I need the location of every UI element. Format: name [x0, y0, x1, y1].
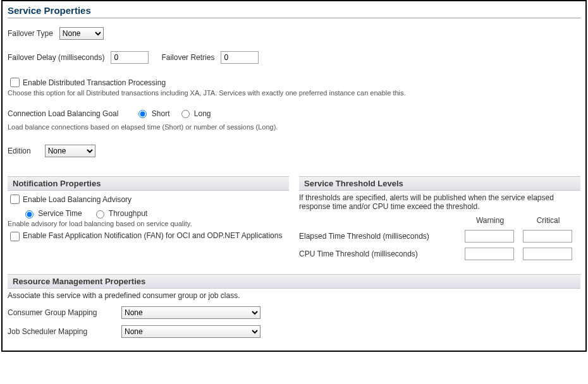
- cpu-critical-input[interactable]: [523, 248, 572, 260]
- cpu-warning-input[interactable]: [465, 248, 514, 260]
- enable-lba-checkbox[interactable]: [10, 195, 20, 204]
- threshold-critical-header: Critical: [523, 216, 573, 225]
- edition-label: Edition: [8, 147, 31, 155]
- enable-dtp-label: Enable Distributed Transaction Processin…: [23, 78, 166, 87]
- job-scheduler-label: Job Scheduler Mapping: [8, 327, 121, 336]
- job-scheduler-select[interactable]: None: [121, 325, 260, 338]
- enable-fan-checkbox[interactable]: [10, 232, 20, 241]
- failover-delay-label: Failover Delay (milliseconds): [8, 53, 104, 62]
- elapsed-threshold-label: Elapsed Time Threshold (milliseconds): [299, 232, 457, 241]
- enable-lba-label: Enable Load Balancing Advisory: [23, 195, 132, 204]
- consumer-group-select[interactable]: None: [121, 306, 260, 319]
- page-title: Service Properties: [8, 4, 580, 18]
- clb-long-option[interactable]: Long: [181, 109, 211, 118]
- notification-header: Notification Properties: [8, 176, 289, 191]
- clb-short-option[interactable]: Short: [138, 109, 169, 118]
- lba-throughput-option[interactable]: Throughput: [96, 209, 148, 218]
- elapsed-critical-input[interactable]: [523, 230, 572, 243]
- clb-goal-label: Connection Load Balancing Goal: [8, 109, 118, 118]
- clb-goal-help: Load balance connections based on elapse…: [8, 123, 580, 131]
- failover-type-label: Failover Type: [8, 29, 53, 38]
- lba-service-time-option[interactable]: Service Time: [25, 209, 82, 218]
- clb-short-radio[interactable]: [138, 110, 147, 118]
- enable-dtp-help: Choose this option for all Distributed t…: [8, 89, 580, 97]
- elapsed-warning-input[interactable]: [465, 230, 514, 243]
- failover-retries-label: Failover Retries: [161, 53, 214, 62]
- enable-fan-label: Enable Fast Application Notification (FA…: [23, 231, 282, 240]
- failover-delay-input[interactable]: [111, 51, 149, 64]
- edition-select[interactable]: None: [45, 145, 95, 157]
- consumer-group-label: Consumer Group Mapping: [8, 308, 121, 317]
- threshold-warning-header: Warning: [465, 216, 515, 225]
- failover-type-select[interactable]: None: [59, 27, 104, 40]
- thresholds-desc: If thresholds are specified, alerts will…: [299, 193, 580, 211]
- resource-desc: Associate this service with a predefined…: [8, 291, 580, 300]
- clb-long-radio[interactable]: [181, 110, 190, 118]
- enable-dtp-checkbox[interactable]: [10, 78, 20, 87]
- failover-retries-input[interactable]: [221, 51, 259, 64]
- lba-help: Enable advisory for load balancing based…: [8, 220, 289, 227]
- resource-header: Resource Management Properties: [8, 274, 580, 289]
- thresholds-header: Service Threshold Levels: [299, 176, 580, 191]
- cpu-threshold-label: CPU Time Threshold (milliseconds): [299, 249, 457, 258]
- lba-throughput-radio[interactable]: [96, 210, 104, 219]
- lba-service-time-radio[interactable]: [25, 210, 34, 219]
